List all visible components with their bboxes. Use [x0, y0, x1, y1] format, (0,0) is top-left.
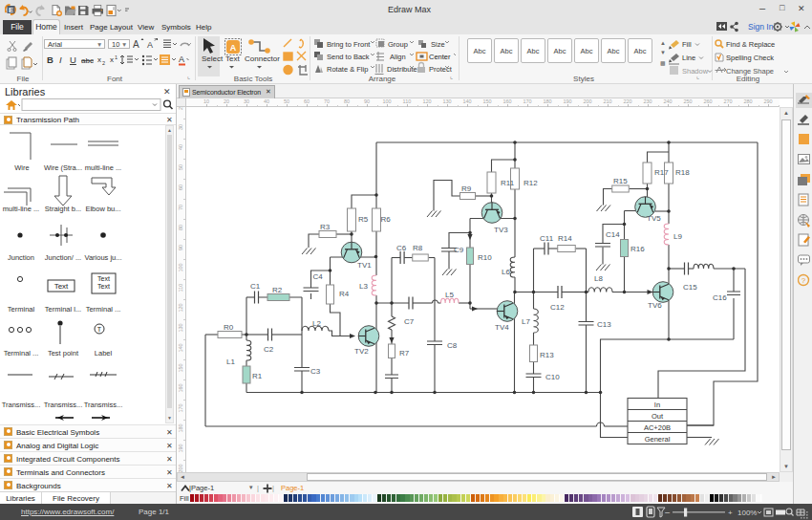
- svg-text:R1: R1: [252, 372, 263, 380]
- svg-text:Distribute: Distribute: [387, 65, 417, 74]
- svg-text:L7: L7: [522, 317, 530, 326]
- svg-text:TV4: TV4: [495, 323, 509, 332]
- svg-text:C10: C10: [545, 373, 560, 381]
- svg-text:Terminal ...: Terminal ...: [86, 305, 121, 314]
- svg-text:L3: L3: [359, 282, 368, 291]
- svg-text:Shadow: Shadow: [682, 67, 709, 76]
- svg-text:A: A: [147, 40, 153, 50]
- svg-text:C9: C9: [454, 246, 464, 254]
- svg-text:R9: R9: [461, 184, 472, 193]
- svg-text:Junction: Junction: [8, 253, 34, 262]
- svg-text:L6: L6: [502, 268, 510, 276]
- svg-text:Terminal ...: Terminal ...: [4, 349, 39, 358]
- svg-text:Align: Align: [390, 53, 406, 61]
- svg-text:Bring to Front: Bring to Front: [327, 40, 371, 49]
- svg-text:C11: C11: [540, 234, 554, 243]
- svg-text:x: x: [97, 55, 101, 64]
- svg-text:Straight b...: Straight b...: [45, 205, 81, 213]
- svg-text:Connector: Connector: [245, 54, 280, 63]
- svg-text:I: I: [59, 54, 62, 65]
- svg-text:Rotate & Flip: Rotate & Flip: [327, 65, 368, 74]
- svg-text:abc: abc: [81, 56, 94, 65]
- svg-text:B: B: [47, 54, 53, 65]
- svg-text:R17: R17: [654, 168, 669, 177]
- svg-text:L5: L5: [445, 291, 454, 299]
- svg-text:Line: Line: [682, 54, 695, 62]
- svg-text:A: A: [179, 54, 184, 64]
- svg-text:R10: R10: [478, 253, 492, 262]
- svg-text:C12: C12: [550, 303, 565, 312]
- svg-text:R15: R15: [613, 177, 628, 185]
- svg-text:Wire (Stra...: Wire (Stra...: [44, 163, 82, 172]
- svg-text:L1: L1: [226, 358, 235, 366]
- svg-text:R18: R18: [675, 168, 690, 177]
- svg-text:Terminal: Terminal: [8, 305, 35, 314]
- svg-text:Sign In: Sign In: [748, 22, 774, 32]
- svg-text:C13: C13: [597, 320, 611, 329]
- svg-text:100%: 100%: [737, 509, 757, 517]
- svg-text:x: x: [110, 55, 114, 64]
- svg-text:Size: Size: [431, 40, 445, 49]
- svg-text:A: A: [230, 43, 237, 53]
- svg-text:R8: R8: [413, 244, 423, 252]
- svg-text:A: A: [133, 39, 139, 50]
- svg-text:Find & Replace: Find & Replace: [726, 40, 775, 49]
- svg-text:multi-line ...: multi-line ...: [85, 163, 121, 172]
- svg-text:Junction/ ...: Junction/ ...: [45, 253, 81, 262]
- svg-text:Send to Back: Send to Back: [327, 53, 370, 61]
- svg-text:C2: C2: [264, 345, 274, 354]
- svg-text:Label: Label: [95, 349, 113, 358]
- svg-text:R5: R5: [358, 215, 369, 224]
- svg-text:T: T: [97, 326, 102, 333]
- svg-text:R7: R7: [399, 349, 410, 358]
- svg-text:Text: Text: [54, 282, 69, 291]
- svg-text:+: +: [728, 509, 733, 517]
- svg-text:R3: R3: [320, 223, 331, 231]
- svg-text:AC+20B: AC+20B: [644, 423, 671, 432]
- svg-text:Text: Text: [97, 275, 110, 282]
- svg-text:R11: R11: [501, 179, 515, 187]
- svg-text:C14: C14: [606, 230, 620, 239]
- svg-text:R2: R2: [272, 286, 283, 294]
- svg-text:Test point: Test point: [48, 349, 79, 358]
- svg-text:E: E: [9, 6, 13, 14]
- svg-text:R0: R0: [224, 323, 234, 332]
- svg-text:General: General: [645, 435, 671, 444]
- svg-text:L9: L9: [673, 232, 682, 241]
- svg-text:TV2: TV2: [354, 347, 369, 356]
- svg-text:C8: C8: [447, 341, 458, 350]
- svg-text:R16: R16: [630, 245, 645, 253]
- svg-text:C1: C1: [250, 282, 261, 291]
- svg-text:L2: L2: [312, 319, 321, 328]
- svg-text:R13: R13: [540, 351, 554, 359]
- svg-text:TV1: TV1: [357, 261, 372, 270]
- svg-text:TV3: TV3: [494, 226, 508, 234]
- svg-text:multi-line ...: multi-line ...: [3, 205, 39, 213]
- svg-text:TV6: TV6: [648, 301, 662, 310]
- svg-text:?: ?: [801, 276, 806, 285]
- svg-text:Transmiss...: Transmiss...: [2, 401, 41, 409]
- svg-text:Text: Text: [225, 54, 240, 63]
- svg-text:Transmiss...: Transmiss...: [84, 401, 123, 409]
- svg-text:C3: C3: [310, 367, 321, 376]
- svg-text:U: U: [70, 54, 76, 65]
- svg-text:R12: R12: [524, 179, 538, 187]
- svg-text:–: –: [665, 508, 670, 517]
- svg-text:Wire: Wire: [14, 163, 29, 172]
- svg-text:C15: C15: [683, 283, 697, 292]
- svg-text:C4: C4: [313, 272, 324, 281]
- svg-text:L8: L8: [594, 274, 603, 283]
- svg-text:Fill: Fill: [682, 40, 692, 49]
- svg-text:C7: C7: [404, 317, 415, 326]
- svg-text:1: 1: [115, 54, 118, 60]
- svg-text:Text: Text: [97, 283, 110, 290]
- svg-text:R6: R6: [381, 215, 392, 224]
- svg-text:R14: R14: [558, 234, 572, 243]
- svg-text:C16: C16: [713, 293, 727, 302]
- svg-text:TV5: TV5: [647, 214, 661, 223]
- svg-text:Out: Out: [652, 412, 664, 421]
- svg-text:2: 2: [102, 60, 105, 66]
- svg-text:R4: R4: [339, 290, 350, 298]
- svg-text:Transmiss...: Transmiss...: [44, 401, 83, 409]
- svg-text:Group: Group: [388, 40, 408, 49]
